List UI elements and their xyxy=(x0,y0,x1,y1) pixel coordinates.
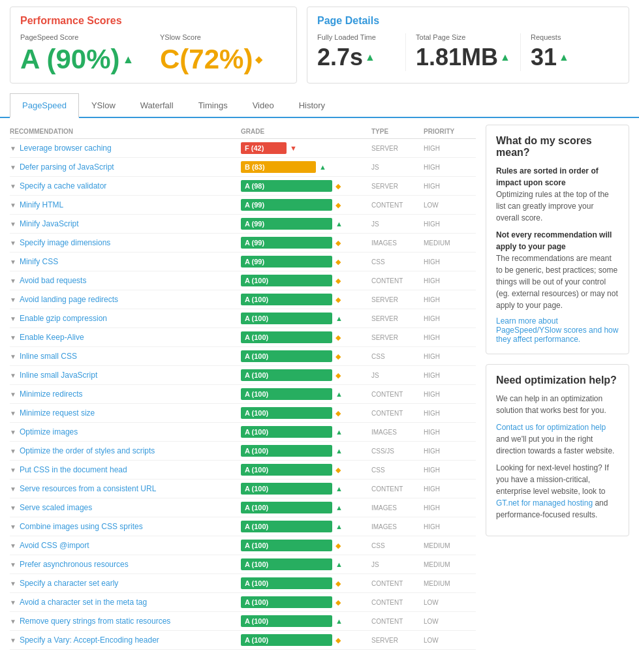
page-details-row: Fully Loaded Time 2.7s▲ Total Page Size … xyxy=(317,33,619,71)
expand-arrow[interactable]: ▼ xyxy=(10,485,16,493)
grade-bar-fill: A (98) xyxy=(241,180,332,192)
priority-cell: MEDIUM xyxy=(424,561,476,568)
type-cell: JS xyxy=(371,164,424,171)
rec-link[interactable]: Minimize redirects xyxy=(20,389,83,399)
gtnet-link[interactable]: GT.net for managed hosting xyxy=(496,498,593,508)
type-cell: CSS xyxy=(371,466,424,474)
rec-link[interactable]: Combine images using CSS sprites xyxy=(20,522,143,531)
rec-link[interactable]: Optimize images xyxy=(20,427,78,436)
expand-arrow[interactable]: ▼ xyxy=(10,542,16,549)
expand-arrow[interactable]: ▼ xyxy=(10,315,16,322)
tab-history[interactable]: History xyxy=(287,93,337,118)
expand-arrow[interactable]: ▼ xyxy=(10,296,16,303)
rec-link[interactable]: Avoid a character set in the meta tag xyxy=(20,598,147,607)
expand-arrow[interactable]: ▼ xyxy=(10,618,16,625)
rec-link[interactable]: Defer parsing of JavaScript xyxy=(20,162,114,172)
expand-arrow[interactable]: ▼ xyxy=(10,145,16,152)
grade-bar: A (100) ▲ xyxy=(241,521,371,532)
rec-link[interactable]: Minimize request size xyxy=(20,408,95,418)
rec-link[interactable]: Inline small JavaScript xyxy=(20,371,97,380)
expand-arrow[interactable]: ▼ xyxy=(10,466,16,474)
expand-arrow[interactable]: ▼ xyxy=(10,353,16,360)
scores-learn-more-link[interactable]: Learn more about PageSpeed/YSlow scores … xyxy=(496,316,618,344)
grade-bar: A (100) ▲ xyxy=(241,558,371,570)
priority-cell: HIGH xyxy=(424,391,476,398)
rec-link[interactable]: Enable gzip compression xyxy=(20,314,107,323)
table-row: ▼ Minify CSS A (99) ◆ CSS HIGH xyxy=(10,252,476,271)
rec-link[interactable]: Specify a Vary: Accept-Encoding header xyxy=(20,635,159,645)
expand-arrow[interactable]: ▼ xyxy=(10,580,16,587)
table-row: ▼ Enable gzip compression A (100) ▲ SERV… xyxy=(10,309,476,328)
rec-link[interactable]: Specify a cache validator xyxy=(20,181,106,191)
tab-timings[interactable]: Timings xyxy=(186,93,240,118)
expand-arrow[interactable]: ▼ xyxy=(10,599,16,606)
rec-link[interactable]: Serve resources from a consistent URL xyxy=(20,484,156,493)
table-row: ▼ Avoid CSS @import A (100) ◆ CSS MEDIUM xyxy=(10,536,476,555)
rec-cell: ▼ Minify HTML xyxy=(10,200,241,209)
grade-bar-fill: A (100) xyxy=(241,313,332,324)
rec-link[interactable]: Leverage browser caching xyxy=(20,144,112,153)
expand-arrow[interactable]: ▼ xyxy=(10,448,16,455)
expand-arrow[interactable]: ▼ xyxy=(10,637,16,644)
type-cell: CONTENT xyxy=(371,618,424,625)
scores-para1: Rules are sorted in order of impact upon… xyxy=(496,165,619,224)
priority-cell: HIGH xyxy=(424,221,476,228)
tab-pagespeed[interactable]: PageSpeed xyxy=(10,93,79,118)
rec-link[interactable]: Enable Keep-Alive xyxy=(20,333,84,342)
scores-para2-bold: Not every recommendation will apply to y… xyxy=(496,230,612,251)
rec-link[interactable]: Avoid CSS @import xyxy=(20,541,89,550)
rec-cell: ▼ Prefer asynchronous resources xyxy=(10,560,241,569)
rec-cell: ▼ Specify a character set early xyxy=(10,579,241,588)
rec-link[interactable]: Specify a character set early xyxy=(20,579,118,588)
expand-arrow[interactable]: ▼ xyxy=(10,334,16,341)
expand-arrow[interactable]: ▼ xyxy=(10,202,16,209)
contact-link[interactable]: Contact us for optimization help xyxy=(496,423,606,432)
grade-icon: ◆ xyxy=(335,277,341,285)
rec-cell: ▼ Optimize the order of styles and scrip… xyxy=(10,446,241,455)
expand-arrow[interactable]: ▼ xyxy=(10,429,16,436)
expand-arrow[interactable]: ▼ xyxy=(10,391,16,398)
table-row: ▼ Optimize the order of styles and scrip… xyxy=(10,442,476,461)
rec-cell: ▼ Put CSS in the document head xyxy=(10,465,241,474)
grade-bar-fill: A (100) xyxy=(241,540,332,551)
rec-link[interactable]: Minify CSS xyxy=(20,257,58,266)
grade-icon: ◆ xyxy=(335,258,341,266)
grade-bar-fill: F (42) xyxy=(241,142,287,154)
help-para2-cont: and we'll put you in the right direction… xyxy=(496,435,614,455)
detail-arrow: ▲ xyxy=(500,52,510,63)
grade-bar: A (100) ◆ xyxy=(241,331,371,343)
expand-arrow[interactable]: ▼ xyxy=(10,372,16,379)
grade-bar-fill: A (99) xyxy=(241,256,332,267)
rec-link[interactable]: Avoid bad requests xyxy=(20,276,87,285)
rec-link[interactable]: Remove query strings from static resourc… xyxy=(20,617,170,626)
rec-link[interactable]: Serve scaled images xyxy=(20,503,92,512)
expand-arrow[interactable]: ▼ xyxy=(10,183,16,190)
rec-cell: ▼ Remove query strings from static resou… xyxy=(10,617,241,626)
expand-arrow[interactable]: ▼ xyxy=(10,164,16,171)
tab-video[interactable]: Video xyxy=(240,93,287,118)
grade-bar-fill: A (100) xyxy=(241,521,332,532)
rec-link[interactable]: Minify HTML xyxy=(20,200,63,209)
type-cell: CONTENT xyxy=(371,599,424,606)
expand-arrow[interactable]: ▼ xyxy=(10,239,16,247)
expand-arrow[interactable]: ▼ xyxy=(10,410,16,417)
rec-link[interactable]: Specify image dimensions xyxy=(20,238,110,247)
expand-arrow[interactable]: ▼ xyxy=(10,277,16,284)
rec-cell: ▼ Inline small JavaScript xyxy=(10,371,241,380)
rec-link[interactable]: Avoid landing page redirects xyxy=(20,295,118,304)
tab-yslow[interactable]: YSlow xyxy=(79,93,128,118)
rec-link[interactable]: Minify JavaScript xyxy=(20,219,79,228)
expand-arrow[interactable]: ▼ xyxy=(10,258,16,266)
page-details-title: Page Details xyxy=(317,15,619,27)
expand-arrow[interactable]: ▼ xyxy=(10,561,16,568)
rec-link[interactable]: Inline small CSS xyxy=(20,352,77,361)
type-cell: CONTENT xyxy=(371,391,424,398)
expand-arrow[interactable]: ▼ xyxy=(10,504,16,512)
rec-link[interactable]: Put CSS in the document head xyxy=(20,465,127,474)
tab-waterfall[interactable]: Waterfall xyxy=(128,93,186,118)
rec-link[interactable]: Prefer asynchronous resources xyxy=(20,560,129,569)
rec-cell: ▼ Avoid landing page redirects xyxy=(10,295,241,304)
expand-arrow[interactable]: ▼ xyxy=(10,523,16,530)
rec-link[interactable]: Optimize the order of styles and scripts xyxy=(20,446,155,455)
expand-arrow[interactable]: ▼ xyxy=(10,221,16,228)
